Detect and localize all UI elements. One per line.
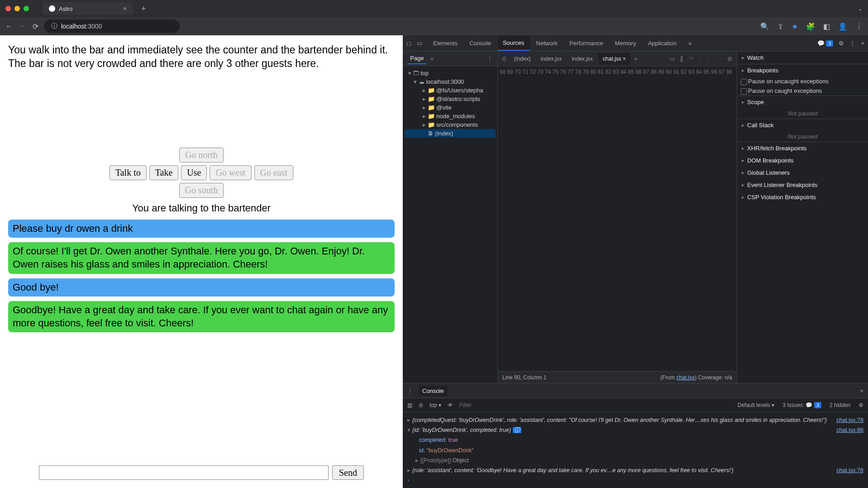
log-source-link[interactable]: chat.jsx:88: [827, 426, 863, 434]
console-filter-input[interactable]: [459, 402, 731, 408]
checkbox-pause-caught[interactable]: Pause on caught exceptions: [737, 86, 868, 96]
tab-memory[interactable]: Memory: [610, 36, 642, 50]
pause-icon[interactable]: ‖: [680, 55, 683, 62]
section-callstack[interactable]: Call Stack: [737, 119, 868, 131]
settings-icon[interactable]: ⚙: [839, 40, 844, 47]
log-levels-select[interactable]: Default levels ▾: [738, 402, 774, 408]
toggle-sidebar-icon[interactable]: ▭: [669, 55, 675, 62]
console-drawer-tab[interactable]: Console: [419, 386, 448, 396]
close-tab-icon[interactable]: ×: [123, 5, 127, 12]
tab-network[interactable]: Network: [531, 36, 563, 50]
file-tab-active[interactable]: chat.jsx ×: [598, 53, 630, 65]
file-tabs-left-icon[interactable]: ⎙: [500, 55, 509, 62]
close-file-tab-icon[interactable]: ×: [623, 56, 626, 62]
navigator-more-icon[interactable]: »: [430, 55, 433, 62]
status-source-link[interactable]: chat.jsx: [677, 374, 695, 381]
back-icon[interactable]: ←: [5, 22, 13, 30]
clear-console-icon[interactable]: ⊘: [419, 402, 423, 408]
close-console-icon[interactable]: ×: [860, 388, 863, 394]
tab-application[interactable]: Application: [643, 36, 682, 50]
tree-folder[interactable]: 📁 src/components: [405, 120, 496, 129]
tab-sources[interactable]: Sources: [497, 36, 530, 51]
close-devtools-icon[interactable]: ×: [861, 40, 864, 47]
tree-host[interactable]: ☁ localhost:3000: [405, 77, 496, 86]
log-source-link[interactable]: chat.jsx:78: [827, 466, 863, 474]
section-breakpoints[interactable]: Breakpoints: [737, 64, 868, 77]
inspect-icon[interactable]: ◻: [406, 40, 411, 47]
file-tab[interactable]: (index): [510, 53, 535, 65]
tree-folder[interactable]: 📁 node_modules: [405, 112, 496, 120]
go-east-button[interactable]: Go east: [254, 165, 294, 180]
section-xhr-bp[interactable]: XHR/fetch Breakpoints: [737, 142, 868, 154]
extensions-icon[interactable]: 🧩: [806, 22, 815, 31]
tree-top[interactable]: 🗔 top: [405, 69, 496, 77]
console-context[interactable]: top ▾: [429, 402, 441, 408]
send-button[interactable]: Send: [332, 465, 364, 480]
checkbox-pause-uncaught[interactable]: Pause on uncaught exceptions: [737, 77, 868, 86]
tab-elements[interactable]: Elements: [428, 36, 463, 50]
tab-performance[interactable]: Performance: [564, 36, 608, 50]
section-global-listeners[interactable]: Global Listeners: [737, 167, 868, 179]
section-dom-bp[interactable]: DOM Breakpoints: [737, 154, 868, 167]
section-event-bp[interactable]: Event Listener Breakpoints: [737, 179, 868, 191]
browser-tab[interactable]: Astro ×: [43, 2, 133, 15]
forward-icon[interactable]: →: [19, 22, 26, 30]
console-prompt[interactable]: ›: [407, 475, 863, 485]
minimize-window-icon[interactable]: [14, 6, 20, 11]
use-button[interactable]: Use: [181, 165, 207, 180]
address-bar[interactable]: ⓘ localhost:3000: [44, 19, 180, 33]
menu-icon[interactable]: ⋮: [855, 22, 863, 31]
new-tab-button[interactable]: +: [141, 4, 146, 14]
tabs-overflow-icon[interactable]: ⌄: [858, 5, 863, 12]
file-tabs-more-icon[interactable]: »: [631, 55, 640, 62]
step-out-icon[interactable]: ↑: [708, 55, 711, 62]
console-log-line[interactable]: ▸ {role: 'assistant', content: 'Goodbye!…: [407, 465, 863, 475]
section-scope[interactable]: Scope: [737, 96, 868, 108]
go-south-button[interactable]: Go south: [179, 183, 224, 198]
console-log-line[interactable]: ▸ {completedQuest: 'buyDrOwenDrink', rol…: [407, 415, 863, 425]
chat-input[interactable]: [39, 465, 329, 480]
tab-console[interactable]: Console: [464, 36, 496, 50]
tree-folder[interactable]: 📁 @vite: [405, 103, 496, 112]
console-log-line[interactable]: ▾ {id: 'buyDrOwenDrink', completed: true…: [407, 425, 863, 435]
step-into-icon[interactable]: ↓: [699, 55, 702, 62]
tree-file-selected[interactable]: 🗎 (index): [405, 129, 496, 138]
step-over-icon[interactable]: ↷: [689, 55, 694, 62]
navigator-menu-icon[interactable]: ⋮: [487, 55, 493, 62]
console-hidden[interactable]: 2 hidden: [830, 402, 850, 408]
bookmark-icon[interactable]: ★: [792, 22, 798, 31]
issues-indicator[interactable]: 💬 3: [817, 40, 834, 47]
step-icon[interactable]: →: [716, 55, 722, 62]
site-info-icon[interactable]: ⓘ: [51, 22, 57, 30]
section-watch[interactable]: Watch: [737, 52, 868, 64]
tree-folder[interactable]: 📁 @id/astro:scripts: [405, 95, 496, 103]
console-issues[interactable]: 3 Issues: 💬 3: [782, 402, 821, 408]
tree-folder[interactable]: 📁 @fs/Users/stepha: [405, 86, 496, 95]
sidepanel-icon[interactable]: ◧: [823, 22, 830, 31]
console-settings-icon[interactable]: ⚙: [858, 402, 863, 408]
live-expression-icon[interactable]: 👁: [448, 402, 453, 408]
device-toggle-icon[interactable]: ▭: [417, 40, 422, 47]
navigator-page-tab[interactable]: Page: [407, 53, 426, 64]
tabs-more-icon[interactable]: »: [683, 36, 697, 50]
code-editor[interactable]: 68 69 70 71 72 73 74 75 76 77 78 79 80 8…: [498, 66, 737, 371]
share-icon[interactable]: ⇪: [777, 22, 783, 31]
zoom-icon[interactable]: 🔍: [760, 22, 769, 31]
profile-icon[interactable]: 👤: [838, 22, 847, 31]
close-window-icon[interactable]: [5, 6, 11, 11]
log-source-link[interactable]: chat.jsx:78: [827, 416, 863, 424]
console-object-proto[interactable]: ▸[[Prototype]]: Object: [407, 455, 863, 465]
maximize-window-icon[interactable]: [24, 6, 29, 11]
console-menu-icon[interactable]: ⋮: [407, 388, 413, 394]
go-west-button[interactable]: Go west: [210, 165, 251, 180]
file-tab[interactable]: index.jsx: [567, 53, 597, 65]
console-sidebar-icon[interactable]: ▥: [407, 402, 412, 408]
more-icon[interactable]: ⋮: [849, 40, 855, 47]
section-csp-bp[interactable]: CSP Violation Breakpoints: [737, 191, 868, 203]
go-north-button[interactable]: Go north: [179, 148, 224, 163]
deactivate-bp-icon[interactable]: ⊘: [727, 55, 732, 62]
file-tab[interactable]: index.jsx: [536, 53, 567, 65]
take-button[interactable]: Take: [149, 165, 179, 180]
reload-icon[interactable]: ⟳: [33, 22, 38, 31]
talk-to-button[interactable]: Talk to: [110, 165, 147, 180]
